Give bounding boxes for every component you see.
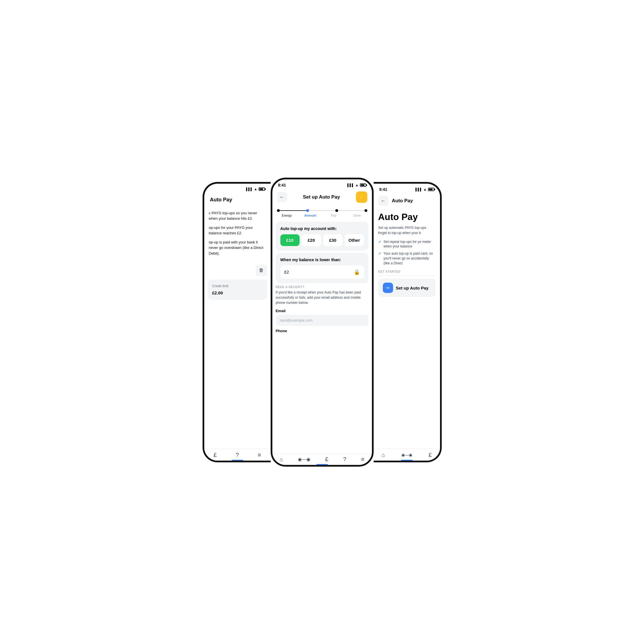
amount-30-button[interactable]: £30 [323,234,342,246]
right-nav-bar: ⌂ ◉—◉ £ [374,449,440,461]
step-label-pay: Pay [322,214,346,217]
nav-icon-payment[interactable]: £ [214,452,217,458]
right-nav-home[interactable]: ⌂ [382,452,385,458]
right-nav-activity[interactable]: ◉—◉ [401,453,412,457]
amount-section: Auto top-up my account with: £10 £20 £30… [276,222,368,251]
right-description: Set up automatic PAYG top-ups forget to … [378,225,435,235]
center-nav-payment[interactable]: £ [325,456,328,463]
right-header: ← Auto Pay [374,193,440,209]
battery-icon [259,187,265,191]
step-line-2 [309,210,335,211]
step-dot-energy [277,209,280,212]
right-back-arrow-icon: ← [381,198,386,203]
center-signal-icon: ▌▌▌ [347,183,354,187]
left-desc-3: op-up is paid with your bank ll never go… [209,239,266,256]
amount-options: £10 £20 £30 Other [280,234,364,246]
step-dot-pay [335,209,338,212]
right-phone: 9:41 ▌▌▌ ▲ ← Auto Pay Auto Pay Set up au… [374,182,442,462]
balance-section: When my balance is lower than: £2 🔒 [276,253,368,283]
check-text-2: Your auto top-up is paid card, so you'll… [384,251,435,265]
wifi-icon: ▲ [254,187,257,191]
amount-10-button[interactable]: £10 [280,234,300,246]
receipt-description: If you'd like a receipt when your Auto P… [276,290,368,305]
setup-autopay-label: Set up Auto Pay [396,286,429,290]
center-nav-help[interactable]: ? [343,456,346,463]
lightning-button[interactable]: ⚡ [356,191,367,203]
step-line-1 [280,210,306,211]
credit-limit-value: £2.00 [212,290,263,295]
lock-icon: 🔒 [354,269,360,275]
step-label-done: Done [346,214,369,217]
center-time: 9:41 [278,183,286,187]
amount-other-button[interactable]: Other [345,234,364,246]
left-phone: ▌▌▌ ▲ Auto Pay c PAYG top-ups so you nev… [203,182,271,462]
right-nav-payment[interactable]: £ [429,452,432,458]
scene: ▌▌▌ ▲ Auto Pay c PAYG top-ups so you nev… [161,161,483,483]
step-label-amount: Amount [299,214,322,217]
delete-icon[interactable]: 🗑 [256,265,267,276]
setup-autopay-button[interactable]: ∞ Set up Auto Pay [378,279,435,297]
left-page-title: Auto Pay [204,192,271,207]
check-item-2: ✓ Your auto top-up is paid card, so you'… [378,251,435,265]
amount-20-button[interactable]: £20 [302,234,321,246]
right-time: 9:41 [379,187,387,192]
center-header: ← Set up Auto Pay ⚡ [272,189,372,206]
balance-row: £2 🔒 [280,265,364,279]
center-status-bar: 9:41 ▌▌▌ ▲ [272,179,372,189]
left-desc-1: c PAYG top-ups so you never when your ba… [209,210,266,221]
signal-icon: ▌▌▌ [246,187,253,191]
right-status-bar: 9:41 ▌▌▌ ▲ [374,184,440,193]
center-battery-icon [360,183,366,187]
right-page-title: Auto Pay [392,198,413,204]
back-arrow-icon: ← [280,195,284,200]
check-item-1: ✓ Set repeat top-ups for yo meter when y… [378,239,435,249]
get-started-label: GET STARTED [378,270,435,273]
checklist: ✓ Set repeat top-ups for yo meter when y… [378,239,435,266]
credit-limit-section: Credit limit £2.00 [208,280,267,300]
email-input[interactable]: sam@example.com [276,315,368,326]
amount-section-title: Auto top-up my account with: [280,226,364,231]
right-back-button[interactable]: ← [378,196,389,206]
checkmark-2: ✓ [378,251,381,256]
lightning-icon: ⚡ [358,194,365,200]
balance-value: £2 [284,270,289,274]
infinity-icon: ∞ [383,283,393,293]
credit-limit-label: Credit limit [212,284,263,288]
step-dot-amount [306,209,309,212]
step-line-3 [338,210,364,211]
balance-section-title: When my balance is lower than: [280,257,364,262]
center-page-title: Set up Auto Pay [303,194,340,200]
right-wifi-icon: ▲ [423,187,427,191]
check-text-1: Set repeat top-ups for yo meter when you… [384,239,435,249]
receipt-label: NEED A RECEIPT? [276,286,368,289]
receipt-section: NEED A RECEIPT? If you'd like a receipt … [276,286,368,333]
nav-icon-menu[interactable]: ≡ [258,452,261,458]
step-label-energy: Energy [275,214,299,217]
nav-icon-help[interactable]: ? [236,452,239,458]
center-phone: 9:41 ▌▌▌ ▲ ← Set up Auto Pay ⚡ [271,178,374,467]
back-button[interactable]: ← [277,192,287,202]
center-nav-menu[interactable]: ≡ [361,456,364,463]
left-status-bar: ▌▌▌ ▲ [204,184,271,192]
checkmark-1: ✓ [378,239,381,245]
right-main-title: Auto Pay [378,212,435,222]
progress-bar [272,206,372,213]
left-nav-bar: £ ? ≡ [204,449,271,461]
email-field-label: Email [276,309,368,313]
center-nav-activity[interactable]: ◉—◉ [298,457,310,462]
step-labels: Energy Amount Pay Done [272,213,372,219]
center-wifi-icon: ▲ [355,183,359,187]
center-nav-home[interactable]: ⌂ [280,456,283,463]
phone-field-label: Phone [276,329,368,333]
right-battery-icon [428,188,434,191]
center-nav-bar: ⌂ ◉—◉ £ ? ≡ [272,453,372,465]
step-dot-done [364,209,367,212]
right-signal-icon: ▌▌▌ [415,188,422,191]
left-desc-2: op-ups for your PAYG your balance reache… [209,225,266,236]
